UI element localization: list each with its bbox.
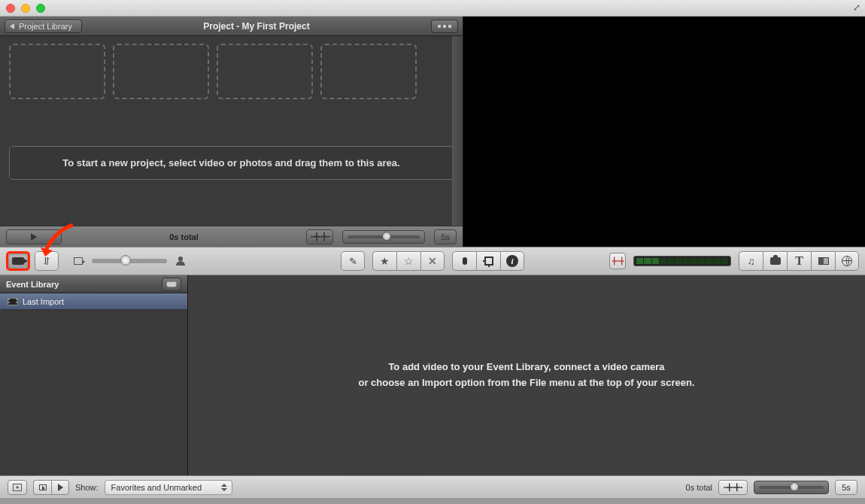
event-zoom-value: 5s: [835, 480, 857, 495]
event-library-sidebar: Event Library Last Import: [0, 275, 188, 475]
play-icon: [31, 233, 37, 241]
clip-placeholder: [9, 44, 105, 99]
event-browser-hint: To add video to your Event Library, conn…: [358, 360, 694, 391]
project-zoom-slider[interactable]: [342, 230, 425, 244]
bottom-toolbar: Show: Favorites and Unmarked 0s total ╍╋…: [0, 475, 865, 498]
project-title: Project - My First Project: [82, 21, 431, 32]
slider-thumb[interactable]: [120, 255, 131, 266]
project-timeline-area[interactable]: To start a new project, select video or …: [0, 36, 463, 226]
project-panel: Project Library Project - My First Proje…: [0, 17, 463, 247]
play-event-button[interactable]: [51, 480, 69, 495]
play-icon: [58, 484, 63, 491]
swap-icon: ⥯: [42, 255, 51, 267]
toggle-favorites-button[interactable]: [8, 480, 27, 495]
audio-waveform-toggle[interactable]: ╍╋╍╋╍: [306, 229, 333, 244]
event-duration-label: 0s total: [686, 483, 712, 492]
main-toolbar: ⥯ ✎ ★ ☆ ✕ i ╋╍╋ ♫ T: [0, 247, 865, 275]
globe-icon: [842, 256, 852, 266]
voiceover-button[interactable]: [452, 251, 476, 271]
preview-viewer[interactable]: [463, 17, 865, 247]
edit-toolbar-group: i: [452, 251, 524, 271]
unmark-button[interactable]: ☆: [396, 251, 420, 271]
single-frame-icon: [74, 257, 83, 265]
music-note-icon: ♫: [748, 256, 755, 267]
audio-level-meter: [633, 256, 731, 266]
info-icon: i: [506, 255, 518, 267]
star-toggle-icon: [13, 484, 22, 491]
play-button-group: [33, 480, 69, 495]
crop-button[interactable]: [476, 251, 500, 271]
clip-placeholders: [9, 44, 454, 99]
filter-select[interactable]: Favorites and Unmarked: [105, 480, 232, 495]
zoom-window-button[interactable]: [36, 4, 45, 13]
project-library-button[interactable]: Project Library: [5, 20, 82, 33]
slider-thumb[interactable]: [382, 232, 391, 241]
waveform-icon: ╋╍╋: [612, 257, 624, 265]
slider-thumb[interactable]: [790, 482, 799, 491]
event-browser-area[interactable]: To add video to your Event Library, conn…: [188, 275, 865, 475]
traffic-lights: [6, 4, 45, 13]
keyword-tool-button[interactable]: ✎: [341, 251, 365, 271]
thumbnail-size-slider[interactable]: [92, 259, 167, 263]
project-view-options-button[interactable]: [431, 20, 458, 33]
event-item-last-import[interactable]: Last Import: [0, 293, 187, 310]
project-header: Project Library Project - My First Proje…: [0, 17, 463, 36]
project-footer: 0s total ╍╋╍╋╍ 5s: [0, 226, 463, 247]
swap-layout-button[interactable]: ⥯: [35, 251, 59, 271]
camera-icon: [770, 257, 781, 265]
maps-browser-button[interactable]: [835, 251, 859, 271]
media-browser-group: ♫ T: [739, 251, 859, 271]
clip-placeholder: [217, 44, 313, 99]
inspector-button[interactable]: i: [500, 251, 524, 271]
project-zoom-value: 5s: [434, 229, 457, 244]
play-project-button[interactable]: [6, 229, 62, 244]
disk-view-button[interactable]: [162, 278, 181, 291]
reject-button[interactable]: ✕: [420, 251, 445, 271]
waveform-icon: ╍╋╍╋╍: [311, 232, 329, 241]
project-duration-label: 0s total: [71, 232, 297, 241]
event-library-header: Event Library: [0, 275, 187, 293]
project-drop-hint: To start a new project, select video or …: [9, 146, 454, 180]
window-titlebar: ⤢: [0, 0, 865, 17]
microphone-icon: [463, 257, 467, 265]
right-toolbar-group: ╋╍╋ ♫ T: [609, 251, 859, 271]
event-zoom-slider[interactable]: [754, 481, 829, 494]
center-toolbar-group: ✎ ★ ☆ ✕ i: [341, 251, 524, 271]
fullscreen-icon[interactable]: ⤢: [853, 2, 860, 13]
titles-browser-button[interactable]: T: [787, 251, 811, 271]
close-window-button[interactable]: [6, 4, 15, 13]
favorite-toolbar-group: ★ ☆ ✕: [372, 251, 445, 271]
project-scrollbar[interactable]: [452, 36, 463, 226]
mark-favorite-button[interactable]: ★: [372, 251, 396, 271]
lower-pane: Event Library Last Import To add video t…: [0, 275, 865, 475]
transitions-browser-button[interactable]: [811, 251, 835, 271]
clip-placeholder: [320, 44, 417, 99]
text-icon: T: [795, 254, 803, 268]
tag-icon: ✎: [349, 256, 357, 267]
x-icon: ✕: [428, 255, 437, 267]
show-label: Show:: [75, 483, 99, 492]
event-library-title: Event Library: [6, 280, 162, 289]
video-camera-icon: [12, 257, 24, 265]
star-filled-icon: ★: [380, 255, 390, 267]
photo-browser-button[interactable]: [763, 251, 787, 271]
filmstrip-icon: [8, 298, 18, 305]
upper-pane: Project Library Project - My First Proje…: [0, 17, 865, 247]
waveform-icon: ╍╋╍╋╍: [724, 484, 742, 491]
audio-meter-toggle[interactable]: ╋╍╋: [609, 253, 626, 269]
event-waveform-toggle[interactable]: ╍╋╍╋╍: [718, 480, 748, 495]
play-fullscreen-icon: [39, 484, 47, 490]
person-icon: [176, 257, 185, 266]
import-camera-button[interactable]: [6, 251, 30, 271]
event-item-label: Last Import: [23, 297, 64, 306]
filter-value: Favorites and Unmarked: [111, 483, 202, 492]
play-fullscreen-button[interactable]: [33, 480, 51, 495]
star-outline-icon: ☆: [404, 255, 414, 267]
crop-icon: [484, 257, 493, 266]
minimize-window-button[interactable]: [21, 4, 30, 13]
clip-placeholder: [113, 44, 209, 99]
music-browser-button[interactable]: ♫: [739, 251, 763, 271]
bottom-right-controls: 0s total ╍╋╍╋╍ 5s: [686, 480, 857, 495]
transition-icon: [818, 257, 829, 265]
hard-disk-icon: [166, 281, 177, 287]
